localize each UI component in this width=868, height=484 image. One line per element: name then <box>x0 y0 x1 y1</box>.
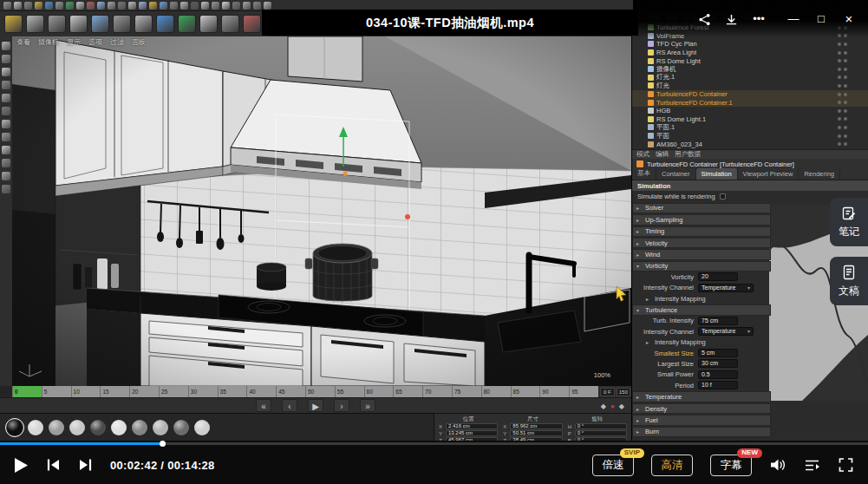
maximize-button[interactable]: □ <box>814 12 828 26</box>
close-button[interactable]: × <box>842 12 856 26</box>
visibility-dot-editor[interactable] <box>838 75 841 79</box>
visibility-dots[interactable] <box>838 117 868 121</box>
toolbar-icon[interactable] <box>201 2 209 10</box>
visibility-dot-render[interactable] <box>844 117 847 121</box>
object-tree-item[interactable]: TFD Cyc Plan <box>632 40 868 49</box>
toolbar-icon[interactable] <box>55 2 63 10</box>
attr-tab[interactable]: Viewport Preview <box>738 168 799 180</box>
coord-value-field[interactable]: 50.51 cm <box>510 430 562 436</box>
visibility-dot-render[interactable] <box>844 84 847 88</box>
toolbar-icon[interactable] <box>3 2 11 10</box>
attr-group-header[interactable]: ▸Up-Sampling <box>632 214 771 225</box>
am-menu-item[interactable]: 用户数据 <box>675 150 701 159</box>
visibility-dots[interactable] <box>838 126 868 129</box>
toolbar-icon[interactable] <box>232 2 240 10</box>
timeline-tick[interactable]: 25 <box>159 386 188 397</box>
record-icon[interactable]: ● <box>610 402 615 410</box>
download-icon[interactable] <box>725 13 738 26</box>
transport-button[interactable]: › <box>334 399 349 412</box>
coord-value-field[interactable]: 0 ° <box>575 430 627 436</box>
visibility-dot-render[interactable] <box>844 134 847 138</box>
toolbar-icon[interactable] <box>2 81 10 89</box>
toolbar-icon[interactable] <box>2 172 10 180</box>
visibility-dot-render[interactable] <box>844 101 847 104</box>
checkbox[interactable] <box>720 193 726 199</box>
param-value-field[interactable]: 10 f <box>698 381 738 389</box>
playlist-icon[interactable] <box>804 458 820 473</box>
toolbar-icon[interactable] <box>156 15 174 33</box>
more-menu-icon[interactable]: ••• <box>752 12 766 26</box>
object-tree-item[interactable]: 灯光.1 <box>632 74 868 82</box>
timeline-tick[interactable]: 85 <box>511 386 540 397</box>
timeline-tick[interactable]: 50 <box>305 386 335 397</box>
visibility-dot-editor[interactable] <box>838 93 841 96</box>
coord-value-field[interactable]: 2.416 cm <box>446 423 498 429</box>
coord-value-field[interactable]: 85.962 cm <box>510 423 562 429</box>
visibility-dots[interactable] <box>838 51 868 55</box>
visibility-dots[interactable] <box>838 84 868 88</box>
object-tree-item[interactable]: 平面 <box>632 132 868 141</box>
toolbar-icon[interactable] <box>170 2 178 10</box>
record-icon[interactable]: ◆ <box>601 402 606 410</box>
am-menu-item[interactable]: 模式 <box>636 150 649 159</box>
viewport-menu-item[interactable]: 摄像机 <box>38 37 59 47</box>
toolbar-icon[interactable] <box>149 2 157 10</box>
toolbar-icon[interactable] <box>2 133 10 141</box>
timeline-tick[interactable]: 40 <box>246 386 276 397</box>
param-value-field[interactable]: 30 cm <box>698 359 738 368</box>
material-swatch[interactable] <box>194 420 210 435</box>
transport-button[interactable]: ‹ <box>282 399 297 412</box>
transport-button[interactable]: » <box>360 399 375 412</box>
material-swatch[interactable] <box>49 420 64 435</box>
visibility-dots[interactable] <box>838 101 868 104</box>
toolbar-icon[interactable] <box>2 94 10 102</box>
visibility-dot-render[interactable] <box>844 142 847 146</box>
toolbar-icon[interactable] <box>108 2 115 10</box>
timeline-tick[interactable]: 55 <box>335 386 364 397</box>
toolbar-icon[interactable] <box>35 2 42 10</box>
object-tree-item[interactable]: TurbulenceFD Container <box>632 90 868 99</box>
minimize-button[interactable]: — <box>786 12 800 26</box>
visibility-dot-editor[interactable] <box>838 43 841 46</box>
toolbar-icon[interactable] <box>191 2 199 10</box>
visibility-dot-editor[interactable] <box>838 84 841 88</box>
toolbar-icon[interactable] <box>243 2 251 10</box>
visibility-dot-render[interactable] <box>844 93 847 96</box>
attr-tab[interactable]: Rendering <box>799 168 840 180</box>
attr-group-header[interactable]: ▸Timing <box>632 226 771 237</box>
attr-group-header[interactable]: ▸Velocity <box>632 238 771 248</box>
timeline-tick[interactable]: 65 <box>393 386 422 397</box>
attr-group-header[interactable]: ▸Solver <box>632 203 771 213</box>
attr-group-header[interactable]: ▸Density <box>632 403 771 414</box>
toolbar-icon[interactable] <box>199 15 218 33</box>
visibility-dot-editor[interactable] <box>838 134 841 138</box>
object-tree-item[interactable]: TurbulenceFD Container.1 <box>632 98 868 107</box>
toolbar-icon[interactable] <box>76 2 84 10</box>
c4d-viewport[interactable]: 查看摄像机显示选项过滤面板 100% <box>12 36 631 386</box>
attr-subgroup[interactable]: ▸Intensity Mapping <box>632 293 771 304</box>
material-swatch[interactable] <box>153 420 168 435</box>
timeline-tick[interactable]: 5 <box>42 386 71 397</box>
attr-group-header[interactable]: ▾Vorticity <box>632 261 771 271</box>
toolbar-icon[interactable] <box>160 2 167 10</box>
toolbar-icon[interactable] <box>2 159 10 167</box>
toolbar-icon[interactable] <box>222 2 230 10</box>
toolbar-icon[interactable] <box>91 15 109 33</box>
param-value-field[interactable]: 0.5 <box>698 370 738 379</box>
previous-button[interactable] <box>46 458 61 472</box>
frame-box[interactable]: 150 F <box>617 388 631 396</box>
toolbar-icon[interactable] <box>243 15 261 33</box>
visibility-dot-render[interactable] <box>844 75 847 79</box>
timeline-ruler[interactable]: 05101520253035404550556065707580859095 <box>12 386 598 397</box>
viewport-menu-item[interactable]: 过滤 <box>110 37 124 47</box>
visibility-dots[interactable] <box>838 75 868 79</box>
visibility-dots[interactable] <box>838 134 868 138</box>
notes-button[interactable]: 笔记 <box>830 198 868 246</box>
param-value-field[interactable]: 75 cm <box>698 317 738 325</box>
object-tree-item[interactable]: RS Dome Light <box>632 56 868 65</box>
toolbar-icon[interactable] <box>97 2 105 10</box>
coord-value-field[interactable]: 0 ° <box>575 423 627 429</box>
param-value-field[interactable]: 5 cm <box>698 349 738 357</box>
toolbar-icon[interactable] <box>69 15 88 33</box>
viewport-menu-item[interactable]: 显示 <box>67 37 81 47</box>
